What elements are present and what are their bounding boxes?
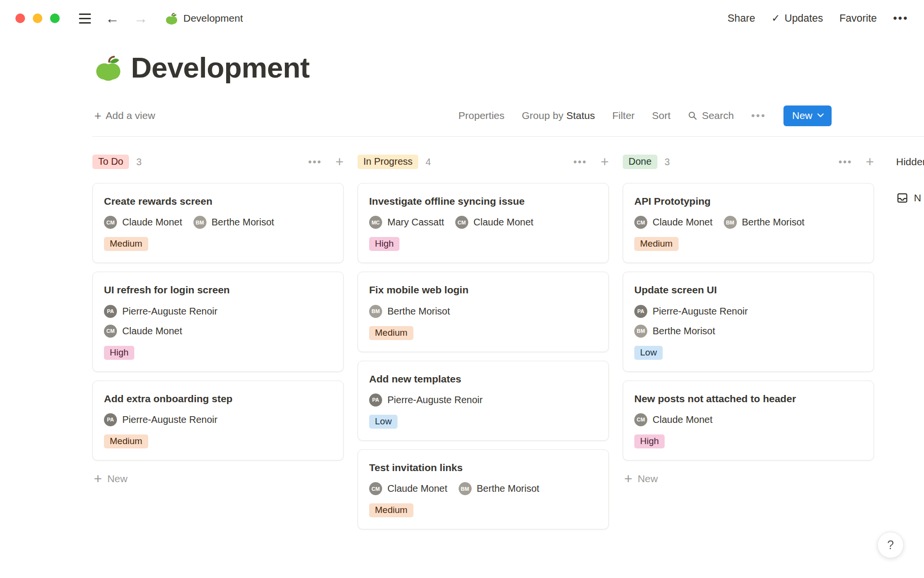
add-view-button[interactable]: + Add a view xyxy=(94,110,155,122)
assignee-name: Claude Monet xyxy=(387,483,448,494)
priority-tag: Medium xyxy=(369,503,413,517)
filter-button[interactable]: Filter xyxy=(612,110,635,121)
avatar: CM xyxy=(634,413,647,426)
updates-button[interactable]: ✓ Updates xyxy=(771,12,823,25)
column-cards: Create rewards screenCMClaude MonetBMBer… xyxy=(92,183,344,460)
board-card[interactable]: Create rewards screenCMClaude MonetBMBer… xyxy=(92,183,344,263)
share-button[interactable]: Share xyxy=(728,13,755,25)
column-header: In Progress4•••+ xyxy=(358,153,609,171)
card-title: Investigate offline syncing issue xyxy=(369,195,597,208)
assignee-name: Claude Monet xyxy=(474,217,534,228)
board-card[interactable]: Test invitation linksCMClaude MonetBMBer… xyxy=(358,449,609,529)
updates-label: Updates xyxy=(784,13,823,25)
card-title: Update screen UI xyxy=(634,283,862,296)
avatar: BM xyxy=(459,482,472,495)
new-button[interactable]: New xyxy=(783,105,832,126)
page-title: Development xyxy=(131,51,309,84)
column-name-badge[interactable]: In Progress xyxy=(358,155,418,169)
search-button[interactable]: Search xyxy=(688,110,734,121)
board-card[interactable]: Investigate offline syncing issueMCMary … xyxy=(358,183,609,263)
board-card[interactable]: New posts not attached to headerCMClaude… xyxy=(623,381,874,460)
priority-tag: Low xyxy=(634,346,663,360)
assignee: PAPierre-Auguste Renoir xyxy=(369,394,483,407)
plus-icon: + xyxy=(94,472,102,486)
new-card-button[interactable]: +New xyxy=(623,472,874,486)
board-card[interactable]: Add extra onboarding stepPAPierre-August… xyxy=(92,381,344,460)
add-view-label: Add a view xyxy=(106,110,155,121)
checkmark-icon: ✓ xyxy=(771,12,780,25)
hidden-group-item[interactable]: N xyxy=(896,192,924,204)
column-add-icon[interactable]: + xyxy=(601,155,609,169)
properties-button[interactable]: Properties xyxy=(459,110,505,121)
column-count: 3 xyxy=(136,157,141,168)
search-label: Search xyxy=(702,110,734,121)
new-card-label: New xyxy=(638,473,658,485)
priority-tag: Medium xyxy=(369,326,413,340)
apple-icon[interactable] xyxy=(94,54,122,82)
close-window-button[interactable] xyxy=(15,13,25,23)
avatar: CM xyxy=(455,216,468,229)
forward-icon[interactable]: → xyxy=(134,12,148,26)
column-count: 3 xyxy=(665,157,670,168)
sort-button[interactable]: Sort xyxy=(652,110,671,121)
minimize-window-button[interactable] xyxy=(33,13,42,23)
help-button[interactable]: ? xyxy=(877,532,904,558)
assignee-name: Claude Monet xyxy=(122,326,182,337)
card-title: Create rewards screen xyxy=(104,195,332,208)
column-add-icon[interactable]: + xyxy=(866,155,874,169)
group-by-label: Group by xyxy=(522,110,563,121)
card-title: Fix mobile web login xyxy=(369,283,597,296)
more-options-icon[interactable]: ••• xyxy=(893,12,909,25)
assignee: CMClaude Monet xyxy=(634,413,713,426)
view-more-icon[interactable]: ••• xyxy=(751,110,766,121)
assignee: CMClaude Monet xyxy=(634,216,713,229)
column-more-icon[interactable]: ••• xyxy=(308,157,322,168)
hidden-group-name: N xyxy=(914,192,921,204)
assignee: BMBerthe Morisot xyxy=(193,216,274,229)
assignee-name: Pierre-Auguste Renoir xyxy=(653,306,748,317)
assignee: BMBerthe Morisot xyxy=(459,482,539,495)
avatar: BM xyxy=(724,216,737,229)
column-count: 4 xyxy=(425,157,431,168)
group-by-button[interactable]: Group byStatus xyxy=(522,110,595,121)
board-card[interactable]: UI refresh for login screenPAPierre-Augu… xyxy=(92,272,344,371)
zoom-window-button[interactable] xyxy=(50,13,60,23)
page-header: Development xyxy=(94,51,832,84)
column-cards: API PrototypingCMClaude MonetBMBerthe Mo… xyxy=(623,183,874,460)
column-header: Done3•••+ xyxy=(623,153,874,171)
assignee-name: Mary Cassatt xyxy=(387,217,444,228)
column-header: To Do3•••+ xyxy=(92,153,344,171)
avatar: BM xyxy=(634,325,647,338)
column-more-icon[interactable]: ••• xyxy=(839,157,853,168)
column-add-icon[interactable]: + xyxy=(335,155,344,169)
column-name-badge[interactable]: To Do xyxy=(92,155,129,169)
new-card-button[interactable]: +New xyxy=(92,472,344,486)
priority-tag: High xyxy=(104,346,134,360)
column-more-icon[interactable]: ••• xyxy=(574,157,588,168)
kanban-board: To Do3•••+Create rewards screenCMClaude … xyxy=(0,137,924,529)
hidden-groups-label[interactable]: Hidden xyxy=(896,153,924,171)
board-columns: To Do3•••+Create rewards screenCMClaude … xyxy=(92,153,874,529)
board-card[interactable]: Add new templatesPAPierre-Auguste Renoir… xyxy=(358,361,609,441)
column-name-badge[interactable]: Done xyxy=(623,155,657,169)
assignee-name: Berthe Morisot xyxy=(387,306,450,317)
assignee-name: Claude Monet xyxy=(653,414,713,425)
menu-icon[interactable] xyxy=(79,13,91,24)
column-actions: •••+ xyxy=(308,155,344,169)
card-assignees: PAPierre-Auguste Renoir xyxy=(104,413,332,426)
assignee: CMClaude Monet xyxy=(455,216,534,229)
plus-icon: + xyxy=(94,110,102,122)
board-card[interactable]: Update screen UIPAPierre-Auguste RenoirB… xyxy=(623,272,874,371)
avatar: CM xyxy=(104,325,117,338)
breadcrumb[interactable]: Development xyxy=(165,12,243,25)
board-card[interactable]: API PrototypingCMClaude MonetBMBerthe Mo… xyxy=(623,183,874,263)
assignee: PAPierre-Auguste Renoir xyxy=(634,305,862,318)
favorite-button[interactable]: Favorite xyxy=(839,13,877,25)
avatar: CM xyxy=(369,482,382,495)
board-card[interactable]: Fix mobile web loginBMBerthe MorisotMedi… xyxy=(358,272,609,352)
back-icon[interactable]: ← xyxy=(105,12,119,26)
column-actions: •••+ xyxy=(574,155,609,169)
assignee: CMClaude Monet xyxy=(104,325,332,338)
assignee-name: Claude Monet xyxy=(653,217,713,228)
inbox-icon xyxy=(896,192,909,204)
